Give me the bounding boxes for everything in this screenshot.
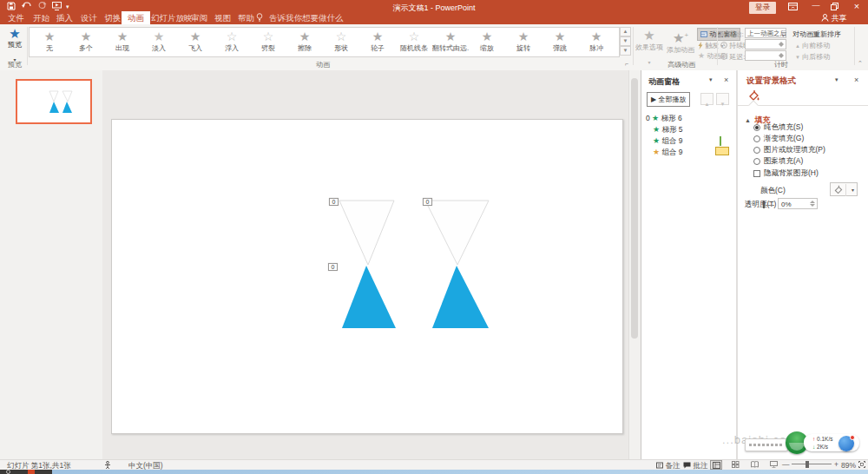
play-all-button[interactable]: ▶ 全部播放 [647,92,690,107]
redo-icon[interactable] [37,1,47,10]
anim-bounce[interactable]: ★弹跳 [542,30,578,53]
anim-split[interactable]: ☆劈裂 [250,30,286,53]
anim-swivel[interactable]: ★旋转 [505,30,542,53]
star-outline-icon: ☆ [214,30,250,43]
animation-order-badge[interactable]: 0 [423,198,432,206]
pane-menu-icon[interactable]: ▾ [835,76,838,83]
star-lines-icon: ☆ [396,30,432,43]
accessibility-icon[interactable] [104,461,111,469]
hide-background-checkbox[interactable] [753,170,760,177]
animation-item-1[interactable]: 0 ★ 梯形 6 [646,114,682,124]
anim-appear[interactable]: ★出现 [104,30,141,53]
dialog-launcher-icon[interactable]: ⌐ [625,61,628,67]
anim-zoom[interactable]: ★缩放 [469,30,505,53]
animation-pane-title: 动画窗格 [648,76,680,88]
tellme-bulb-icon[interactable] [256,13,263,22]
ribbon-display-options-icon[interactable] [788,3,798,10]
slide-1-thumbnail[interactable] [16,79,92,124]
anim-float-in[interactable]: ☆浮入 [214,30,250,53]
pane-menu-icon[interactable]: ▾ [709,76,713,83]
reorder-down-button[interactable]: ▼ [716,93,729,105]
solid-fill-label[interactable]: 纯色填充(S) [764,122,803,133]
star-burst-icon: ★ [104,30,141,43]
animation-item-4[interactable]: ★ 组合 9 [653,148,683,158]
anim-multiple[interactable]: ★多个 [68,30,104,53]
slideshow-view-button[interactable] [767,460,779,470]
notification-badge-icon[interactable] [838,436,854,451]
timeline-bar-green[interactable] [720,136,721,146]
lightning-icon [698,42,703,49]
radio-pattern-fill[interactable] [753,158,760,165]
transparency-slider-thumb[interactable] [763,201,765,208]
canvas-scrollbar-thumb[interactable] [631,78,638,339]
start-slideshow-icon[interactable] [52,2,62,10]
slide-sorter-view-button[interactable] [729,460,741,470]
anim-pulse[interactable]: ★脉冲 [578,30,615,53]
slide-editing-surface[interactable] [111,119,623,434]
fit-to-window-icon[interactable] [858,461,865,468]
animation-item-2[interactable]: ★ 梯形 5 [653,125,683,135]
gallery-scroll-up[interactable]: ▲ [620,27,631,36]
animation-item-3[interactable]: ★ 组合 9 [653,136,683,147]
transparency-input[interactable]: 0% [778,198,818,209]
zoom-level[interactable]: 89% [841,461,856,470]
move-later-button[interactable]: ▼ 向后移动 [795,52,830,62]
taskbar-sliver [0,470,868,474]
taskbar-powerpoint-icon[interactable] [28,470,35,474]
person-icon [821,14,829,22]
hide-background-label[interactable]: 隐藏背景图形(H) [764,168,819,179]
anim-shape[interactable]: ☆形状 [323,30,359,53]
duration-input[interactable] [745,39,786,49]
start-select[interactable]: 上一动画之后 ▾ [745,28,786,38]
anim-random-bars[interactable]: ☆随机线条 [396,30,432,53]
pane-close-icon[interactable]: × [724,76,728,84]
cyan-triangle-1 [342,266,396,328]
anim-fly-in-turn[interactable]: ★翻转式由远... [432,30,469,53]
anim-none[interactable]: ★无 [31,30,68,53]
animation-order-badge[interactable]: 0 [329,198,339,206]
transparency-slider-track[interactable] [764,205,774,206]
reading-view-button[interactable] [748,460,760,470]
restore-button[interactable] [831,3,838,10]
undo-icon[interactable] [22,1,32,10]
title-bar: ▾ 演示文稿1 - PowerPoint 登录 — × 共享 文件 开始 插入 … [0,0,868,24]
zoom-slider-track[interactable] [792,464,832,464]
close-button[interactable]: × [851,1,863,11]
anim-fly-in[interactable]: ★飞入 [177,30,214,53]
collapse-ribbon-icon[interactable]: ⌃ [858,60,863,67]
gradient-fill-label[interactable]: 渐变填充(G) [764,134,804,144]
color-picker-button[interactable]: ▾ [830,182,858,196]
animation-order-badge[interactable]: 0 [328,263,338,271]
thumbnail-shapes-preview [17,81,90,122]
reorder-up-button[interactable]: ▲ [700,93,713,105]
star-outline-icon: ☆ [323,30,359,43]
comment-icon [683,462,691,469]
save-icon[interactable] [7,2,16,10]
radio-gradient-fill[interactable] [753,135,760,142]
radio-picture-fill[interactable] [753,147,760,154]
picture-fill-label[interactable]: 图片或纹理填充(P) [764,145,825,155]
anim-fade[interactable]: ★淡入 [141,30,177,53]
zoom-out-button[interactable]: — [782,460,790,469]
pattern-fill-label[interactable]: 图案填充(A) [764,156,803,167]
move-earlier-button[interactable]: ▲ 向前移动 [795,41,830,50]
taskbar-app-icon[interactable] [6,470,10,474]
share-button[interactable]: 共享 [821,13,847,24]
anim-wipe[interactable]: ★擦除 [286,30,323,53]
separator [633,27,634,65]
pane-close-icon[interactable]: × [854,76,858,84]
star-icon: ★ [652,114,659,122]
zoom-slider-thumb[interactable] [806,461,809,468]
trapezoid-outline-1 [339,201,394,265]
radio-solid-fill[interactable] [753,124,760,131]
timeline-bar-yellow[interactable] [715,147,729,155]
normal-view-button[interactable] [710,460,722,470]
anim-wheel[interactable]: ★轮子 [359,30,396,53]
star-icon: ★ [286,30,323,43]
zoom-in-button[interactable]: + [834,460,838,469]
gallery-more-button[interactable]: ▼ [620,46,631,56]
sign-in-button[interactable]: 登录 [749,2,776,14]
taskbar-dark-segment [0,470,52,474]
minimize-button[interactable]: — [810,1,822,10]
gallery-scroll-down[interactable]: ▼ [620,36,631,46]
